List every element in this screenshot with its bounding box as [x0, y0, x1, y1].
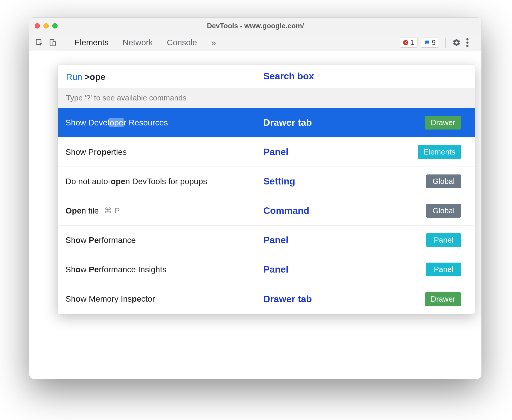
command-item-label: Do not auto-open DevTools for popups	[65, 177, 420, 186]
command-item-badge: Elements	[418, 145, 461, 159]
command-item[interactable]: Open file⌘PCommandGlobal	[58, 196, 475, 226]
command-item-label: Show Developer Resources	[65, 118, 419, 127]
devtools-window: DevTools - www.google.com/ Elements Netw…	[29, 18, 481, 379]
device-toggle-icon[interactable]	[47, 37, 58, 48]
command-item[interactable]: Show PropertiesPanelElements	[58, 137, 475, 167]
command-item-label: Show Properties	[65, 147, 412, 157]
command-item-label: Show Performance	[65, 236, 420, 245]
command-item-label: Open file⌘P	[65, 206, 420, 216]
annotation-action-type: Drawer tab	[263, 117, 312, 128]
command-search-row[interactable]: Run >ope Search box	[58, 65, 475, 88]
command-item-badge: Panel	[426, 263, 461, 276]
annotation-action-type: Panel	[263, 147, 288, 157]
panel-tabs: Elements Network Console	[74, 37, 197, 48]
devtools-toolbar: Elements Network Console » ✕ 1 9	[29, 34, 481, 51]
command-item[interactable]: Show PerformancePanelPanel	[58, 226, 475, 255]
tab-console[interactable]: Console	[167, 37, 197, 48]
command-item-badge: Drawer	[425, 292, 461, 306]
titlebar: DevTools - www.google.com/	[29, 18, 481, 34]
command-item-badge: Global	[426, 204, 461, 218]
command-item-label: Show Memory Inspector	[65, 294, 419, 304]
annotation-action-type: Command	[263, 205, 309, 216]
svg-point-5	[466, 45, 469, 47]
command-item[interactable]: Show Performance InsightsPanelPanel	[58, 255, 475, 284]
command-item-label: Show Performance Insights	[65, 265, 420, 274]
svg-point-3	[466, 38, 469, 41]
error-icon: ✕	[403, 40, 408, 45]
command-item-badge: Drawer	[425, 116, 461, 130]
errors-chip[interactable]: ✕ 1	[400, 38, 417, 48]
annotation-search-box: Search box	[263, 71, 314, 82]
command-item-badge: Global	[426, 174, 461, 188]
window-title: DevTools - www.google.com/	[29, 22, 481, 30]
svg-point-4	[466, 41, 469, 44]
toolbar-divider-2	[445, 38, 446, 48]
traffic-lights	[35, 23, 58, 28]
command-menu: Run >ope Search box Type '?' to see avai…	[58, 65, 475, 314]
command-input[interactable]: >ope	[85, 72, 105, 82]
command-item[interactable]: Show Developer ResourcesDrawer tabDrawer	[58, 108, 475, 137]
more-tabs-button[interactable]: »	[211, 38, 216, 48]
messages-count: 9	[432, 38, 436, 47]
run-label: Run	[66, 72, 82, 82]
tab-elements[interactable]: Elements	[74, 37, 109, 48]
settings-button[interactable]	[452, 38, 463, 47]
command-item[interactable]: Do not auto-open DevTools for popupsSett…	[58, 167, 475, 196]
toolbar-divider	[63, 38, 63, 48]
annotation-action-type: Panel	[263, 235, 288, 246]
annotation-action-type: Setting	[263, 176, 295, 187]
window-minimize-button[interactable]	[43, 23, 49, 28]
annotation-action-type: Panel	[263, 264, 288, 275]
toolbar-right: ✕ 1 9	[400, 38, 477, 48]
window-close-button[interactable]	[35, 23, 40, 28]
window-zoom-button[interactable]	[52, 23, 58, 28]
command-item-badge: Panel	[426, 233, 461, 247]
command-results-list: Show Developer ResourcesDrawer tabDrawer…	[58, 108, 475, 314]
errors-count: 1	[410, 38, 414, 47]
annotation-action-type: Drawer tab	[263, 294, 312, 305]
command-item[interactable]: Show Memory InspectorDrawer tabDrawer	[58, 284, 475, 314]
command-hint: Type '?' to see available commands	[58, 88, 475, 108]
more-options-button[interactable]	[466, 38, 477, 47]
svg-rect-2	[53, 41, 55, 46]
tab-network[interactable]: Network	[123, 37, 153, 48]
message-icon	[424, 40, 430, 46]
inspect-element-icon[interactable]	[34, 37, 45, 48]
keyboard-shortcut: ⌘P	[104, 206, 120, 215]
messages-chip[interactable]: 9	[421, 38, 439, 48]
